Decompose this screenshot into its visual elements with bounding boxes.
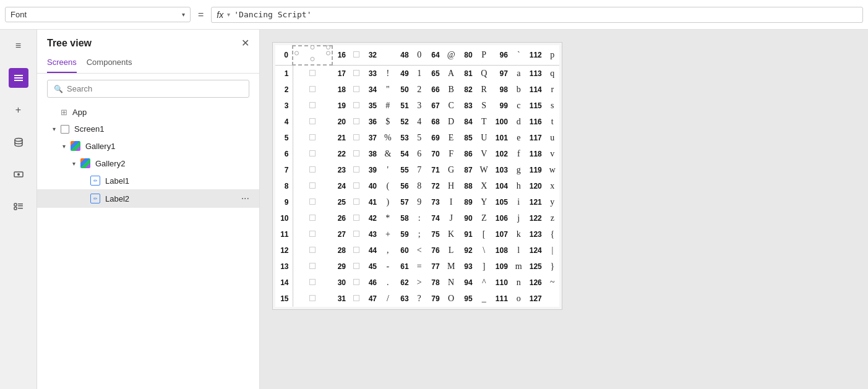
char-num-69: 69	[426, 130, 444, 146]
tab-components[interactable]: Components	[87, 54, 132, 73]
char-glyph-74: J	[444, 210, 459, 226]
char-num-95: 95	[459, 291, 476, 307]
right-content: 0 1632 48064@80P96`112p11733!49165A81Q97…	[260, 30, 868, 389]
tree-item-screen1[interactable]: ▾ Screen1	[37, 121, 259, 137]
char-glyph-107: k	[512, 226, 526, 242]
svg-rect-1	[14, 77, 23, 79]
char-glyph-120: x	[546, 178, 559, 194]
char-glyph-55: 7	[413, 162, 426, 178]
char-glyph-52: 4	[413, 114, 426, 130]
char-num-38: 38	[363, 146, 380, 162]
char-num-75: 75	[426, 226, 444, 242]
char-glyph-116: t	[546, 114, 559, 130]
char-num-24: 24	[332, 178, 350, 194]
char-glyph-31	[350, 291, 363, 307]
formula-bar: fx ▾ 'Dancing Script'	[211, 7, 863, 23]
char-glyph-95: _	[476, 291, 492, 307]
char-num-112: 112	[526, 46, 546, 65]
char-glyph-36: $	[380, 114, 395, 130]
sidebar-media-icon[interactable]	[9, 165, 28, 184]
char-glyph-93: ]	[476, 259, 492, 275]
char-num-53: 53	[395, 130, 413, 146]
char-glyph-119: w	[546, 162, 559, 178]
char-glyph-20	[350, 114, 363, 130]
char-glyph-22	[350, 146, 363, 162]
char-num-126: 126	[526, 275, 546, 291]
char-num-117: 117	[526, 130, 546, 146]
char-num-23: 23	[332, 162, 350, 178]
tree-item-gallery1[interactable]: ▾ Gallery1	[37, 137, 259, 155]
char-num-67: 67	[426, 98, 444, 114]
char-glyph-17	[350, 65, 363, 82]
char-num-96: 96	[492, 46, 512, 65]
char-glyph-98: b	[512, 82, 526, 98]
char-glyph-108: l	[512, 242, 526, 259]
char-num-93: 93	[459, 259, 476, 275]
char-glyph-61: =	[413, 259, 426, 275]
sidebar-settings-icon[interactable]	[9, 197, 28, 216]
char-glyph-105: i	[512, 194, 526, 210]
char-glyph-42: *	[380, 210, 395, 226]
char-num-74: 74	[426, 210, 444, 226]
char-glyph-23	[350, 162, 363, 178]
tab-screens[interactable]: Screens	[47, 54, 77, 73]
tree-item-app[interactable]: ⊞ App	[37, 104, 259, 121]
font-dropdown[interactable]: Font ▾	[5, 7, 191, 22]
sidebar-data-icon[interactable]	[9, 132, 28, 152]
char-glyph-5	[293, 130, 332, 146]
char-glyph-39: '	[380, 162, 395, 178]
char-num-2: 2	[275, 82, 293, 98]
sidebar-menu-icon[interactable]: ≡	[9, 36, 28, 56]
tree-tabs: Screens Components	[37, 54, 259, 74]
close-button[interactable]: ✕	[241, 37, 249, 49]
char-glyph-8	[293, 178, 332, 194]
char-num-68: 68	[426, 114, 444, 130]
char-num-4: 4	[275, 114, 293, 130]
tree-item-label2[interactable]: ✏ Label2 ···	[37, 189, 259, 208]
char-num-35: 35	[363, 98, 380, 114]
char-num-86: 86	[459, 146, 476, 162]
chevron-down-icon: ▾	[182, 11, 185, 18]
char-glyph-59: ;	[413, 226, 426, 242]
char-glyph-96: `	[512, 46, 526, 65]
char-glyph-122: z	[546, 210, 559, 226]
char-num-18: 18	[332, 82, 350, 98]
svg-point-5	[17, 173, 20, 176]
expand-icon-screen1: ▾	[49, 126, 58, 132]
char-glyph-27	[350, 226, 363, 242]
sidebar-add-icon[interactable]: +	[9, 100, 28, 120]
char-glyph-1	[293, 65, 332, 82]
sidebar-layers-icon[interactable]	[9, 68, 28, 88]
char-glyph-75: K	[444, 226, 459, 242]
char-num-45: 45	[363, 259, 380, 275]
char-num-124: 124	[526, 242, 546, 259]
char-glyph-38: &	[380, 146, 395, 162]
char-num-44: 44	[363, 242, 380, 259]
char-glyph-34: "	[380, 82, 395, 98]
char-num-56: 56	[395, 178, 413, 194]
char-glyph-127	[546, 291, 559, 307]
char-num-41: 41	[363, 194, 380, 210]
char-glyph-58: :	[413, 210, 426, 226]
search-input[interactable]	[67, 84, 243, 93]
tree-item-label1[interactable]: ✏ Label1	[37, 172, 259, 189]
screen1-label: Screen1	[74, 124, 249, 134]
char-glyph-66: B	[444, 82, 459, 98]
char-num-14: 14	[275, 275, 293, 291]
char-glyph-13	[293, 259, 332, 275]
char-glyph-114: r	[546, 82, 559, 98]
char-glyph-62: >	[413, 275, 426, 291]
char-num-64: 64	[426, 46, 444, 65]
tree-item-gallery2[interactable]: ▾ Gallery2	[37, 155, 259, 172]
more-options-icon[interactable]: ···	[241, 193, 249, 204]
char-glyph-53: 5	[413, 130, 426, 146]
char-glyph-51: 3	[413, 98, 426, 114]
char-num-114: 114	[526, 82, 546, 98]
svg-rect-10	[18, 205, 23, 207]
char-num-99: 99	[492, 98, 512, 114]
char-num-100: 100	[492, 114, 512, 130]
char-num-15: 15	[275, 291, 293, 307]
screen-icon	[61, 125, 69, 134]
char-glyph-77: M	[444, 259, 459, 275]
char-glyph-121: y	[546, 194, 559, 210]
